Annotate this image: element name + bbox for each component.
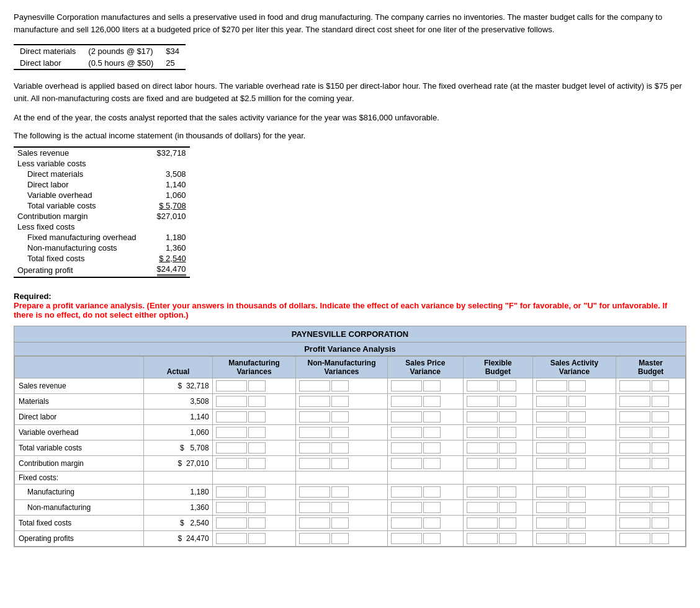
pv-sales-activity-var-total-variable-costs[interactable]	[532, 440, 616, 456]
pv-flexible-budget-direct-labor[interactable]	[464, 409, 533, 425]
pv-flexible-budget-contribution-margin[interactable]	[464, 456, 533, 472]
pv-master-budget-operating-profits[interactable]	[616, 531, 686, 547]
pv-non-mfg-var-sales-revenue[interactable]	[296, 378, 387, 394]
pv-sales-price-var-total-variable-costs[interactable]	[387, 440, 464, 456]
pv-sales-activity-var-operating-profits[interactable]	[532, 531, 616, 547]
cost-item-1-label: Direct materials	[14, 45, 82, 57]
pv-row-fixed-costs-header: Fixed costs:	[15, 472, 686, 485]
pv-actual-operating-profits: $ 24,470	[144, 531, 212, 547]
is-value-total-fixed: $ 2,540	[140, 253, 190, 264]
is-value-contribution-margin: $27,010	[140, 211, 190, 221]
col-header-master-budget: MasterBudget	[616, 357, 686, 378]
pv-sales-activity-var-materials[interactable]	[532, 394, 616, 409]
pv-sales-price-var-variable-overhead[interactable]	[387, 425, 464, 440]
pv-non-mfg-var-contribution-margin[interactable]	[296, 456, 387, 472]
pv-non-mfg-var-operating-profits[interactable]	[296, 531, 387, 547]
pv-master-budget-total-variable-costs[interactable]	[616, 440, 686, 456]
is-row-total-variable: Total variable costs $ 5,708	[14, 200, 190, 211]
pv-actual-total-variable-costs: $ 5,708	[144, 440, 212, 456]
pv-table-title: Profit Variance Analysis	[14, 342, 686, 356]
pv-non-mfg-var-materials[interactable]	[296, 394, 387, 409]
pv-sales-price-var-contribution-margin[interactable]	[387, 456, 464, 472]
pv-sales-activity-var-fixed-mfg[interactable]	[532, 485, 616, 500]
pv-non-mfg-var-total-variable-costs[interactable]	[296, 440, 387, 456]
is-row-less-variable: Less variable costs	[14, 158, 190, 169]
pv-sales-activity-var-total-fixed-costs[interactable]	[532, 516, 616, 531]
pv-actual-materials: 3,508	[144, 394, 212, 409]
pv-master-budget-contribution-margin[interactable]	[616, 456, 686, 472]
sales-activity-paragraph: At the end of the year, the costs analys…	[14, 113, 686, 122]
pv-sales-price-var-materials[interactable]	[387, 394, 464, 409]
pv-row-operating-profits: Operating profits $ 24,470	[15, 531, 686, 547]
pv-mfg-var-materials[interactable]	[212, 394, 296, 409]
pv-sales-price-var-direct-labor[interactable]	[387, 409, 464, 425]
income-statement-table: Sales revenue $32,718 Less variable cost…	[14, 146, 190, 278]
pv-mfg-var-variable-overhead[interactable]	[212, 425, 296, 440]
pv-master-budget-materials[interactable]	[616, 394, 686, 409]
pv-actual-direct-labor: 1,140	[144, 409, 212, 425]
pv-flexible-budget-total-variable-costs[interactable]	[464, 440, 533, 456]
is-row-less-fixed: Less fixed costs	[14, 221, 190, 232]
is-row-contribution-margin: Contribution margin $27,010	[14, 211, 190, 221]
pv-mfg-var-total-fixed-costs[interactable]	[212, 516, 296, 531]
pv-master-budget-variable-overhead[interactable]	[616, 425, 686, 440]
pv-mfg-var-total-variable-costs[interactable]	[212, 440, 296, 456]
pv-sales-price-var-fixed-non-mfg[interactable]	[387, 500, 464, 516]
is-value-total-variable: $ 5,708	[140, 200, 190, 211]
pv-actual-fixed-non-mfg: 1,360	[144, 500, 212, 516]
pv-master-budget-direct-labor[interactable]	[616, 409, 686, 425]
pv-mfg-var-fixed-mfg[interactable]	[212, 485, 296, 500]
cost-item-1-detail: (2 pounds @ $17)	[82, 45, 159, 57]
pv-flexible-budget-sales-revenue[interactable]	[464, 378, 533, 394]
pv-sales-activity-var-variable-overhead[interactable]	[532, 425, 616, 440]
pv-mfg-var-sales-revenue[interactable]	[212, 378, 296, 394]
cost-item-2-value: 25	[159, 57, 186, 69]
pv-flexible-budget-fixed-mfg[interactable]	[464, 485, 533, 500]
pv-flexible-budget-fixed-non-mfg[interactable]	[464, 500, 533, 516]
pv-flexible-budget-materials[interactable]	[464, 394, 533, 409]
pv-actual-sales-revenue: $ 32,718	[144, 378, 212, 394]
cost-sheet-table: Direct materials (2 pounds @ $17) $34 Di…	[14, 44, 186, 70]
pv-sales-price-var-fixed-mfg[interactable]	[387, 485, 464, 500]
pv-label-direct-labor: Direct labor	[15, 409, 144, 425]
is-value-direct-materials: 3,508	[140, 169, 190, 179]
pv-non-mfg-var-direct-labor[interactable]	[296, 409, 387, 425]
is-value-fixed-mfg: 1,180	[140, 232, 190, 243]
pv-mfg-var-fixed-non-mfg[interactable]	[212, 500, 296, 516]
pv-non-mfg-var-fixed-mfg[interactable]	[296, 485, 387, 500]
pv-mfg-var-operating-profits[interactable]	[212, 531, 296, 547]
pv-sales-activity-var-sales-revenue[interactable]	[532, 378, 616, 394]
pv-master-budget-fixed-mfg[interactable]	[616, 485, 686, 500]
following-paragraph: The following is the actual income state…	[14, 131, 686, 140]
pv-label-fixed-mfg: Manufacturing	[15, 485, 144, 500]
is-label-sales-revenue: Sales revenue	[14, 147, 140, 158]
pv-sales-activity-var-direct-labor[interactable]	[532, 409, 616, 425]
is-value-non-mfg: 1,360	[140, 243, 190, 253]
pv-row-fixed-non-mfg: Non-manufacturing 1,360	[15, 500, 686, 516]
pv-flexible-budget-total-fixed-costs[interactable]	[464, 516, 533, 531]
pv-mfg-var-fixed-costs-header	[212, 472, 296, 485]
pv-non-mfg-var-variable-overhead[interactable]	[296, 425, 387, 440]
pv-mfg-var-direct-labor[interactable]	[212, 409, 296, 425]
pv-sales-price-var-sales-revenue[interactable]	[387, 378, 464, 394]
pv-master-budget-total-fixed-costs[interactable]	[616, 516, 686, 531]
pv-master-budget-sales-revenue[interactable]	[616, 378, 686, 394]
col-header-mfg-var: ManufacturingVariances	[212, 357, 296, 378]
is-label-total-fixed: Total fixed costs	[14, 253, 140, 264]
profit-variance-table: Actual ManufacturingVariances Non-Manufa…	[14, 356, 686, 547]
pv-sales-activity-var-fixed-non-mfg[interactable]	[532, 500, 616, 516]
pv-non-mfg-var-total-fixed-costs[interactable]	[296, 516, 387, 531]
is-row-direct-labor: Direct labor 1,140	[14, 179, 190, 190]
pv-sales-price-var-total-fixed-costs[interactable]	[387, 516, 464, 531]
pv-sales-price-var-operating-profits[interactable]	[387, 531, 464, 547]
intro-paragraph-1: Paynesville Corporation manufactures and…	[14, 11, 686, 35]
is-label-less-variable: Less variable costs	[14, 158, 140, 169]
is-row-direct-materials: Direct materials 3,508	[14, 169, 190, 179]
pv-master-budget-fixed-non-mfg[interactable]	[616, 500, 686, 516]
pv-actual-fixed-costs-header	[144, 472, 212, 485]
pv-sales-activity-var-contribution-margin[interactable]	[532, 456, 616, 472]
pv-flexible-budget-operating-profits[interactable]	[464, 531, 533, 547]
pv-non-mfg-var-fixed-non-mfg[interactable]	[296, 500, 387, 516]
pv-mfg-var-contribution-margin[interactable]	[212, 456, 296, 472]
pv-flexible-budget-variable-overhead[interactable]	[464, 425, 533, 440]
